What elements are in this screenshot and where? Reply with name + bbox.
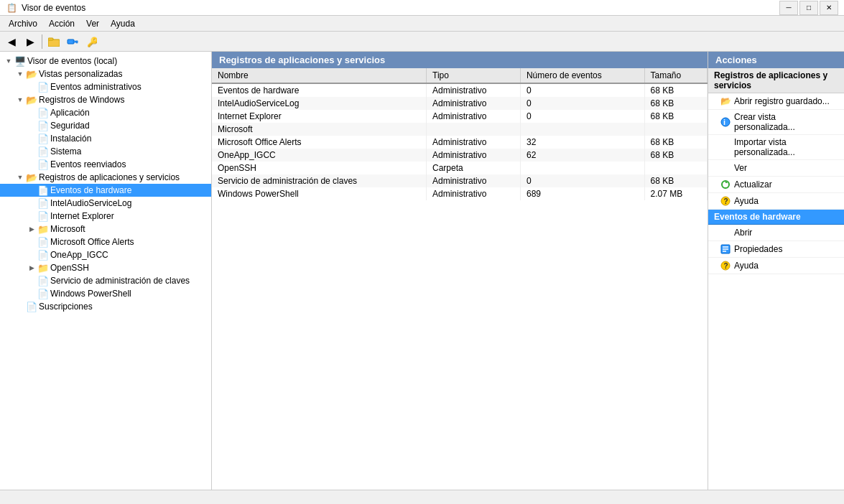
sidebar-item-intel-audio[interactable]: 📄 IntelAudioServiceLog xyxy=(0,197,211,210)
table-row[interactable]: OneApp_IGCCAdministrativo6268 KB xyxy=(212,149,708,162)
close-button[interactable]: ✕ xyxy=(820,1,838,15)
sidebar-item-instalacion[interactable]: 📄 Instalación xyxy=(0,132,211,145)
cell-tipo: Administrativo xyxy=(427,149,521,162)
expand-icon-ev-reenv xyxy=(26,159,37,170)
table-row[interactable]: Internet ExplorerAdministrativo068 KB xyxy=(212,110,708,123)
seguridad-label: Seguridad xyxy=(50,121,90,131)
maximize-button[interactable]: □ xyxy=(799,1,818,15)
action-importar-vista[interactable]: Importar vista personalizada... xyxy=(708,135,844,160)
sidebar-item-aplicacion[interactable]: 📄 Aplicación xyxy=(0,106,211,119)
ver-label: Ver xyxy=(734,163,747,173)
cell-eventos: 0 xyxy=(520,110,644,123)
expand-icon-svc-claves xyxy=(26,275,37,286)
forward-button[interactable]: ▶ xyxy=(22,34,39,50)
ssh-label: OpenSSH xyxy=(50,263,89,273)
svg-rect-1 xyxy=(48,38,53,40)
vistas-icon: 📂 xyxy=(26,68,37,80)
sidebar-item-eventos-administrativos[interactable]: 📄 Eventos administrativos xyxy=(0,80,211,93)
table-row[interactable]: OpenSSHCarpeta xyxy=(212,162,708,174)
action-ayuda-2[interactable]: ? Ayuda xyxy=(708,258,844,274)
cell-eventos: 0 xyxy=(520,174,644,187)
sidebar-item-eventos-hardware[interactable]: 📄 Eventos de hardware xyxy=(0,184,211,197)
col-eventos[interactable]: Número de eventos xyxy=(520,68,644,83)
expand-icon-ins xyxy=(26,133,37,144)
sidebar-item-internet-explorer[interactable]: 📄 Internet Explorer xyxy=(0,210,211,223)
reg-win-icon: 📂 xyxy=(26,94,37,106)
cell-tipo: Carpeta xyxy=(427,162,521,174)
action-ver[interactable]: Ver xyxy=(708,160,844,177)
separator-1 xyxy=(42,34,42,49)
cell-eventos xyxy=(520,123,644,136)
col-tipo[interactable]: Tipo xyxy=(427,68,521,83)
key-button-2[interactable]: 🔑 xyxy=(83,34,100,50)
expand-icon-intel xyxy=(26,197,37,209)
events-table: Nombre Tipo Número de eventos Tamaño Eve… xyxy=(212,68,708,200)
expand-icon-mso xyxy=(26,236,37,248)
expand-icon-oneapp xyxy=(26,249,37,261)
action-abrir[interactable]: Abrir xyxy=(708,225,844,241)
cell-eventos xyxy=(520,162,644,174)
sidebar-item-seguridad[interactable]: 📄 Seguridad xyxy=(0,119,211,132)
table-row[interactable]: Eventos de hardwareAdministrativo068 KB xyxy=(212,83,708,97)
abrir-registro-label: Abrir registro guardado... xyxy=(734,96,830,106)
sidebar-item-visor-local[interactable]: 🖥️ Visor de eventos (local) xyxy=(0,55,211,67)
table-row[interactable]: Windows PowerShellAdministrativo6892.07 … xyxy=(212,187,708,200)
main-layout: 🖥️ Visor de eventos (local) 📂 Vistas per… xyxy=(0,52,844,490)
sidebar-item-ms-office[interactable]: 📄 Microsoft Office Alerts xyxy=(0,235,211,248)
action-actualizar[interactable]: Actualizar xyxy=(708,177,844,193)
sidebar-item-vistas-personalizadas[interactable]: 📂 Vistas personalizadas xyxy=(0,67,211,80)
ie-label: Internet Explorer xyxy=(50,211,114,221)
cell-eventos: 62 xyxy=(520,149,644,162)
mso-label: Microsoft Office Alerts xyxy=(50,237,134,247)
action-crear-vista[interactable]: i Crear vista personalizada... xyxy=(708,110,844,135)
svg-rect-4 xyxy=(76,41,78,43)
sidebar-item-suscripciones[interactable]: 📄 Suscripciones xyxy=(0,300,211,313)
back-button[interactable]: ◀ xyxy=(3,34,20,50)
table-row[interactable]: Microsoft xyxy=(212,123,708,136)
sidebar-item-oneapp[interactable]: 📄 OneApp_IGCC xyxy=(0,248,211,261)
cell-tamano: 68 KB xyxy=(644,136,707,149)
sidebar-item-windows-ps[interactable]: 📄 Windows PowerShell xyxy=(0,287,211,300)
mso-icon: 📄 xyxy=(37,236,49,248)
svg-text:?: ? xyxy=(724,197,728,205)
cell-tipo: Administrativo xyxy=(427,187,521,200)
sidebar-item-registros-windows[interactable]: 📂 Registros de Windows xyxy=(0,93,211,106)
expand-icon-ev-hw xyxy=(26,185,37,196)
sidebar-item-openssh[interactable]: 📁 OpenSSH xyxy=(0,261,211,274)
app-icon: 📋 xyxy=(6,2,17,14)
menu-ver[interactable]: Ver xyxy=(80,17,105,30)
expand-icon-visor-local xyxy=(3,55,14,67)
menu-accion[interactable]: Acción xyxy=(43,17,80,30)
abrir-label: Abrir xyxy=(734,228,752,238)
minimize-button[interactable]: ─ xyxy=(779,1,798,15)
action-ayuda-1[interactable]: ? Ayuda xyxy=(708,193,844,210)
sidebar-item-servicio-claves[interactable]: 📄 Servicio de administración de claves xyxy=(0,274,211,287)
cell-eventos: 689 xyxy=(520,187,644,200)
sistema-label: Sistema xyxy=(50,146,81,157)
sidebar-item-sistema[interactable]: 📄 Sistema xyxy=(0,145,211,158)
col-tamano[interactable]: Tamaño xyxy=(644,68,707,83)
intel-label: IntelAudioServiceLog xyxy=(50,198,131,208)
action-abrir-registro[interactable]: 📂 Abrir registro guardado... xyxy=(708,93,844,110)
table-row[interactable]: IntelAudioServiceLogAdministrativo068 KB xyxy=(212,97,708,110)
action-section-ev-hw: Eventos de hardware xyxy=(708,210,844,225)
menu-ayuda[interactable]: Ayuda xyxy=(105,17,141,30)
sidebar-item-microsoft[interactable]: 📁 Microsoft xyxy=(0,223,211,235)
cell-nombre: Microsoft Office Alerts xyxy=(212,136,427,149)
sidebar-item-eventos-reenviados[interactable]: 📄 Eventos reenviados xyxy=(0,158,211,171)
cell-eventos: 32 xyxy=(520,136,644,149)
col-nombre[interactable]: Nombre xyxy=(212,68,427,83)
cell-tamano: 68 KB xyxy=(644,97,707,110)
table-row[interactable]: Servicio de administración de clavesAdmi… xyxy=(212,174,708,187)
menu-archivo[interactable]: Archivo xyxy=(3,17,43,30)
cell-tamano: 68 KB xyxy=(644,174,707,187)
window-controls: ─ □ ✕ xyxy=(779,1,838,15)
cell-nombre: Microsoft xyxy=(212,123,427,136)
folder-button[interactable] xyxy=(45,34,62,50)
cell-nombre: IntelAudioServiceLog xyxy=(212,97,427,110)
key-button-1[interactable] xyxy=(64,34,81,50)
action-propiedades[interactable]: Propiedades xyxy=(708,241,844,258)
sidebar-item-registros-app-servicios[interactable]: 📂 Registros de aplicaciones y servicios xyxy=(0,171,211,184)
table-row[interactable]: Microsoft Office AlertsAdministrativo326… xyxy=(212,136,708,149)
svg-text:🔑: 🔑 xyxy=(87,36,97,47)
